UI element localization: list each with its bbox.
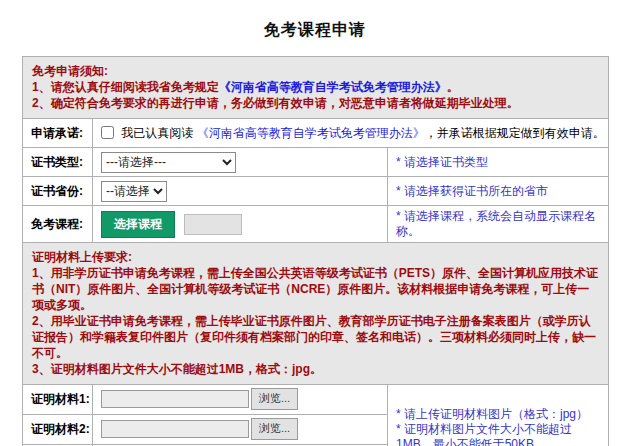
promise-row: 申请承诺: 我已认真阅读 《河南省高等教育自学考试免考管理办法》，并承诺根据规定… (23, 119, 609, 148)
regulation-link[interactable]: 《河南省高等教育自学考试免考管理办法》 (219, 80, 447, 94)
notice-title: 免考申请须知: (32, 63, 599, 79)
page-title: 免考课程申请 (0, 0, 630, 41)
choose-course-button[interactable]: 选择课程 (101, 211, 175, 238)
exempt-course-row: 免考课程: 选择课程 * 请选择课程，系统会自动显示课程名称。 (23, 206, 609, 243)
material-2-file-input: 浏览... (101, 418, 298, 440)
cert-province-row: 证书省份: --请选择-- * 请选择获得证书所在的省市 (23, 177, 609, 206)
material-row-1: 证明材料1: 浏览... * 请上传证明材料图片（格式：jpg） * 证明材料图… (23, 385, 609, 415)
material-2-content: 浏览... (93, 415, 388, 445)
course-name-field[interactable] (184, 214, 242, 235)
material-1-file-input: 浏览... (101, 388, 298, 410)
material-1-label: 证明材料1: (23, 385, 93, 415)
cert-type-content: ---请选择--- (93, 148, 388, 177)
upload-requirements-section: 证明材料上传要求: 1、用非学历证书申请免考课程，需上传全国公共英语等级考试证书… (23, 243, 609, 385)
exempt-course-content: 选择课程 (93, 206, 388, 243)
notice-section-row: 免考申请须知: 1、请您认真仔细阅读我省免考规定《河南省高等教育自学考试免考管理… (23, 57, 609, 119)
materials-hint-line-1: * 请上传证明材料图片（格式：jpg） (396, 407, 604, 422)
promise-content: 我已认真阅读 《河南省高等教育自学考试免考管理办法》，并承诺根据规定做到有效申请… (93, 119, 609, 148)
application-form-table: 免考申请须知: 1、请您认真仔细阅读我省免考规定《河南省高等教育自学考试免考管理… (22, 56, 609, 446)
promise-regulation-link[interactable]: 《河南省高等教育自学考试免考管理办法》 (197, 126, 425, 140)
upload-req-item-3: 3、证明材料图片文件大小不能超过1MB，格式：jpg。 (32, 361, 599, 377)
cert-province-label: 证书省份: (23, 177, 93, 206)
cert-type-select[interactable]: ---请选择--- (101, 152, 236, 173)
cert-province-content: --请选择-- (93, 177, 388, 206)
notice-line1-suffix: 。 (447, 80, 459, 94)
material-2-label: 证明材料2: (23, 415, 93, 445)
cert-province-hint: * 请选择获得证书所在的省市 (388, 177, 609, 206)
materials-hint-line-2: * 证明材料图片文件大小不能超过1MB，最小不能低于50KB。 (396, 422, 604, 446)
material-2-browse-button[interactable]: 浏览... (251, 418, 298, 440)
notice-line-1: 1、请您认真仔细阅读我省免考规定《河南省高等教育自学考试免考管理办法》。 (32, 79, 599, 95)
upload-req-item-2: 2、用毕业证书申请免考课程，需上传毕业证书原件图片、教育部学历证书电子注册备案表… (32, 313, 599, 361)
exempt-course-label: 免考课程: (23, 206, 93, 243)
notice-line1-text: 1、请您认真仔细阅读我省免考规定 (32, 80, 219, 94)
cert-type-label: 证书类型: (23, 148, 93, 177)
cert-province-select[interactable]: --请选择-- (101, 181, 167, 202)
cert-type-hint: * 请选择证书类型 (388, 148, 609, 177)
promise-text-prefix: 我已认真阅读 (121, 126, 196, 140)
upload-req-item-1: 1、用非学历证书申请免考课程，需上传全国公共英语等级考试证书（PETS）原件、全… (32, 265, 599, 313)
notice-section: 免考申请须知: 1、请您认真仔细阅读我省免考规定《河南省高等教育自学考试免考管理… (23, 57, 609, 119)
promise-label: 申请承诺: (23, 119, 93, 148)
material-2-filename-field[interactable] (101, 420, 249, 438)
material-1-content: 浏览... (93, 385, 388, 415)
exempt-course-hint: * 请选择课程，系统会自动显示课程名称。 (388, 206, 609, 243)
promise-text-suffix: ，并承诺根据规定做到有效申请。 (425, 126, 605, 140)
cert-type-row: 证书类型: ---请选择--- * 请选择证书类型 (23, 148, 609, 177)
material-1-browse-button[interactable]: 浏览... (251, 388, 298, 410)
promise-checkbox[interactable] (101, 126, 114, 139)
material-1-filename-field[interactable] (101, 390, 249, 408)
notice-line-2: 2、确定符合免考要求的再进行申请，务必做到有效申请，对恶意申请者将做延期毕业处理… (32, 95, 599, 111)
materials-hint: * 请上传证明材料图片（格式：jpg） * 证明材料图片文件大小不能超过1MB，… (388, 385, 609, 446)
upload-requirements-row: 证明材料上传要求: 1、用非学历证书申请免考课程，需上传全国公共英语等级考试证书… (23, 243, 609, 385)
upload-req-title: 证明材料上传要求: (32, 249, 599, 265)
